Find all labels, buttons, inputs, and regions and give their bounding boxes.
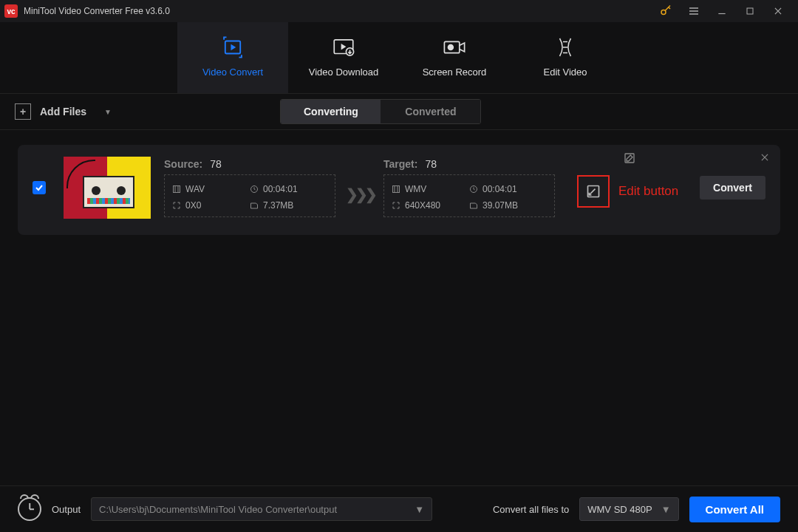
seg-converting[interactable]: Converting [281, 100, 381, 123]
tab-screen-record[interactable]: Screen Record [399, 22, 510, 93]
source-block: Source: 78 WAV 00:04:01 [164, 158, 335, 217]
tab-video-convert-label: Video Convert [177, 66, 288, 78]
add-files-button[interactable]: + Add Files ▼ [15, 103, 112, 120]
output-label: Output [52, 504, 81, 515]
maximize-button[interactable] [736, 0, 764, 22]
tab-video-convert[interactable]: Video Convert [177, 22, 288, 93]
tab-video-download[interactable]: Video Download [288, 22, 399, 93]
remove-item-button[interactable] [760, 152, 770, 166]
source-resolution: 0X0 [185, 200, 201, 211]
titlebar: vc MiniTool Video Converter Free v3.6.0 [0, 0, 798, 22]
edit-video-icon [510, 31, 621, 64]
footer-bar: Output C:\Users\bj\Documents\MiniTool Vi… [0, 485, 798, 532]
chevron-down-icon: ▼ [415, 504, 424, 515]
main-nav: Video Convert Video Download [0, 22, 798, 93]
target-format-value: WMV SD 480P [587, 504, 652, 515]
tab-video-download-label: Video Download [288, 66, 399, 78]
tab-screen-record-label: Screen Record [399, 66, 510, 78]
target-block: Target: 78 WMV 00:04:01 [383, 158, 555, 217]
source-details-box: WAV 00:04:01 0X0 [164, 174, 335, 217]
add-files-plus-icon: + [15, 103, 31, 120]
edit-target-format-button[interactable] [624, 152, 635, 166]
convert-all-button[interactable]: Convert All [689, 497, 780, 522]
source-size: 7.37MB [263, 200, 293, 211]
minimize-button[interactable] [708, 0, 736, 22]
source-duration: 00:04:01 [263, 184, 298, 194]
action-bar: + Add Files ▼ Converting Converted [0, 93, 798, 130]
svg-rect-12 [393, 186, 400, 193]
filesize-icon [469, 201, 478, 210]
output-path-select[interactable]: C:\Users\bj\Documents\MiniTool Video Con… [91, 497, 432, 521]
svg-marker-5 [341, 44, 347, 50]
svg-point-8 [449, 45, 454, 50]
item-thumbnail[interactable] [64, 157, 151, 219]
target-size: 39.07MB [482, 200, 518, 211]
svg-rect-10 [174, 186, 180, 193]
output-path-value: C:\Users\bj\Documents\MiniTool Video Con… [99, 504, 337, 515]
schedule-icon[interactable] [18, 497, 41, 521]
seg-converted[interactable]: Converted [381, 100, 480, 123]
tab-edit-video[interactable]: Edit Video [510, 22, 621, 93]
target-format: WMV [405, 184, 426, 194]
filesize-icon [250, 201, 259, 210]
convert-icon [177, 31, 288, 64]
svg-point-0 [661, 10, 666, 15]
tab-edit-video-label: Edit Video [510, 66, 621, 78]
record-icon [399, 31, 510, 64]
svg-marker-3 [231, 44, 236, 51]
source-format: WAV [185, 184, 205, 194]
queue-item: Source: 78 WAV 00:04:01 [18, 145, 780, 235]
convert-all-files-to-label: Convert all files to [493, 504, 569, 515]
app-window: vc MiniTool Video Converter Free v3.6.0 [0, 0, 798, 532]
resolution-icon [172, 201, 181, 210]
content-area: Source: 78 WAV 00:04:01 [0, 130, 798, 485]
annotation-edit-button: Edit button [618, 184, 678, 199]
format-icon [392, 185, 400, 194]
download-icon [288, 31, 399, 64]
edit-item-button[interactable] [577, 175, 610, 208]
app-logo-icon: vc [4, 4, 18, 18]
clock-icon [250, 185, 259, 194]
target-resolution: 640X480 [405, 200, 440, 211]
add-files-dropdown-icon: ▼ [104, 108, 112, 116]
resolution-icon [392, 201, 400, 210]
status-segmented-control: Converting Converted [280, 99, 481, 124]
format-icon [172, 185, 181, 194]
upgrade-key-button[interactable] [652, 0, 680, 22]
svg-rect-1 [747, 8, 753, 14]
target-label: Target: [383, 158, 417, 170]
item-checkbox[interactable] [33, 181, 46, 194]
target-format-select[interactable]: WMV SD 480P ▼ [579, 497, 678, 521]
convert-item-button[interactable]: Convert [700, 176, 765, 200]
chevron-down-icon: ▼ [661, 504, 671, 515]
clock-icon [469, 185, 478, 194]
target-filename: 78 [425, 158, 437, 170]
add-files-label: Add Files [40, 106, 86, 117]
source-filename: 78 [210, 158, 222, 170]
app-title: MiniTool Video Converter Free v3.6.0 [24, 6, 170, 16]
target-duration: 00:04:01 [482, 184, 517, 194]
close-button[interactable] [764, 0, 792, 22]
source-label: Source: [164, 158, 202, 170]
menu-button[interactable] [680, 0, 708, 22]
target-details-box: WMV 00:04:01 640X480 [383, 174, 555, 217]
arrow-icon: ❯❯❯ [335, 172, 383, 203]
